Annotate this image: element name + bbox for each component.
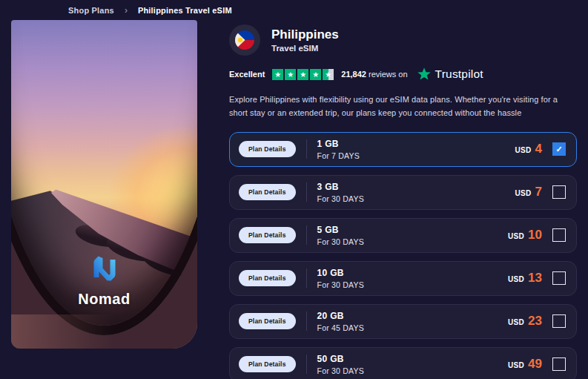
trustpilot-rating-row: Excellent ★★★★★ 21,842 reviews on Trustp… [229,67,577,82]
star-rating: ★★★★★ [272,69,334,80]
plan-option-row[interactable]: Plan Details 5 GB For 30 DAYS USD 10 ✓ [229,218,577,253]
price-value: 7 [535,185,542,200]
plan-details-button[interactable]: Plan Details [239,313,296,329]
trustpilot-star: ★ [310,69,321,80]
plan-details-button[interactable]: Plan Details [239,356,296,372]
price-value: 13 [528,271,542,286]
price-value: 49 [528,357,542,372]
plan-duration: For 30 DAYS [317,194,364,203]
price-currency: USD [515,189,532,197]
price-value: 23 [528,314,542,329]
plan-select-radio[interactable]: ✓ [552,271,566,285]
divider [306,182,307,202]
plan-duration: For 45 DAYS [317,323,364,332]
nomad-logo-icon [90,254,119,283]
plan-price: USD 7 [515,185,542,200]
plan-duration: For 30 DAYS [317,280,364,289]
plan-data-amount: 10 GB [317,268,364,278]
breadcrumb-current-page: Philippines Travel eSIM [138,6,232,15]
plan-description-text: Explore Philippines with flexibility usi… [229,93,577,120]
plan-select-radio[interactable]: ✓ [552,357,566,371]
chevron-right-icon: › [125,6,128,15]
divider [306,139,307,159]
plan-select-radio[interactable]: ✓ [552,185,566,199]
trustpilot-logo[interactable]: Trustpilot [417,67,483,82]
plan-option-row[interactable]: Plan Details 1 GB For 7 DAYS USD 4 ✓ [229,132,577,167]
price-currency: USD [508,361,524,369]
hero-photo-airplane-wing: Nomad [11,20,197,349]
divider [306,268,307,288]
trustpilot-star-icon [417,67,432,82]
divider [306,355,307,374]
plan-data-amount: 5 GB [317,225,364,235]
plan-price: USD 10 [508,228,542,243]
price-value: 4 [535,142,542,156]
plan-duration: For 30 DAYS [317,366,364,375]
plan-select-radio[interactable]: ✓ [552,228,566,242]
check-icon: ✓ [555,145,562,154]
price-currency: USD [515,146,532,154]
plan-duration: For 7 DAYS [317,151,360,160]
plan-details-button[interactable]: Plan Details [239,184,296,200]
plan-price: USD 4 [515,142,542,156]
country-header: Philippines Travel eSIM [229,24,577,56]
cabin-wall-light [11,314,197,349]
plan-details-button[interactable]: Plan Details [239,270,296,286]
nomad-wordmark: Nomad [78,291,130,308]
trustpilot-star: ★ [285,69,296,80]
plan-option-row[interactable]: Plan Details 20 GB For 45 DAYS USD 23 ✓ [229,304,577,339]
plan-select-radio[interactable]: ✓ [552,314,566,328]
price-currency: USD [508,275,524,283]
breadcrumb: Shop Plans › Philippines Travel eSIM [0,0,588,20]
plan-option-row[interactable]: Plan Details 10 GB For 30 DAYS USD 13 ✓ [229,261,577,296]
plan-price: USD 13 [508,271,542,286]
plan-price: USD 49 [508,357,542,372]
reviews-count: 21,842 reviews on [341,70,407,79]
breadcrumb-shop-plans[interactable]: Shop Plans [68,6,114,15]
trustpilot-star: ★ [297,69,308,80]
plan-option-row[interactable]: Plan Details 3 GB For 30 DAYS USD 7 ✓ [229,175,577,210]
divider [306,225,307,245]
plan-details-button[interactable]: Plan Details [239,227,296,243]
trustpilot-wordmark: Trustpilot [435,67,483,81]
rating-label: Excellent [229,70,265,79]
price-currency: USD [508,232,524,240]
plan-list: Plan Details 1 GB For 7 DAYS USD 4 ✓ Pla… [229,132,577,379]
product-subtitle: Travel eSIM [271,44,339,53]
divider [306,312,307,331]
trustpilot-star: ★ [323,69,334,80]
plan-details-button[interactable]: Plan Details [239,141,296,157]
plan-duration: For 30 DAYS [317,237,364,246]
plan-data-amount: 20 GB [317,311,364,321]
nomad-brand: Nomad [11,254,197,308]
plan-data-amount: 50 GB [317,354,364,364]
price-value: 10 [528,228,542,243]
trustpilot-star: ★ [272,69,283,80]
plan-price: USD 23 [508,314,542,329]
price-currency: USD [508,318,524,326]
plan-select-radio[interactable]: ✓ [552,142,566,156]
philippines-flag-icon [229,24,260,56]
plan-data-amount: 3 GB [317,182,364,192]
plan-option-row[interactable]: Plan Details 50 GB For 30 DAYS USD 49 ✓ [229,347,577,379]
plan-selection-panel: Philippines Travel eSIM Excellent ★★★★★ … [229,24,577,379]
plan-data-amount: 1 GB [317,139,360,149]
page-title: Philippines [271,27,339,42]
